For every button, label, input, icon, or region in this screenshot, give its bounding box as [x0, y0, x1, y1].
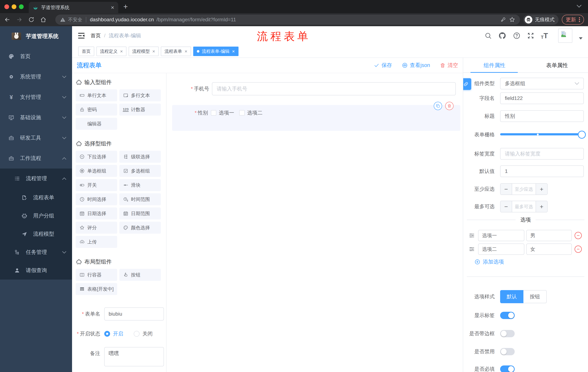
- tag-home[interactable]: 首页: [78, 47, 94, 56]
- option-value-input[interactable]: [526, 230, 572, 241]
- duplicate-component-button[interactable]: [434, 102, 442, 110]
- required-toggle[interactable]: [500, 365, 515, 372]
- new-tab-button[interactable]: +: [123, 3, 128, 11]
- palette-item-editor[interactable]: 编辑器: [76, 118, 117, 130]
- drag-handle-icon[interactable]: [469, 246, 475, 252]
- browser-tab[interactable]: 芋道管理系统 ×: [29, 2, 118, 13]
- grid-slider-handle[interactable]: [578, 131, 586, 139]
- tag-close-icon[interactable]: ×: [120, 49, 123, 54]
- update-button[interactable]: 更新: [562, 15, 584, 25]
- browser-menu-icon[interactable]: [579, 17, 580, 23]
- github-icon[interactable]: [498, 32, 506, 40]
- clear-button[interactable]: 清空: [440, 62, 458, 69]
- form-remark-textarea[interactable]: 嘿嘿: [104, 347, 164, 366]
- back-icon[interactable]: [4, 16, 10, 23]
- sidebar-item-task-mgmt[interactable]: 任务管理: [0, 243, 72, 261]
- label-width-input[interactable]: [500, 148, 584, 159]
- avatar[interactable]: [558, 29, 572, 43]
- min-select-input[interactable]: [512, 184, 536, 195]
- palette-item-row-container[interactable]: 行容器: [76, 269, 117, 281]
- sidebar-item-system[interactable]: 系统管理: [0, 67, 72, 87]
- palette-item-switch[interactable]: 开关: [76, 179, 117, 191]
- tab-search-chevron-icon[interactable]: [577, 5, 581, 8]
- search-icon[interactable]: [484, 32, 492, 39]
- disabled-toggle[interactable]: [500, 348, 515, 355]
- field-name-input[interactable]: [500, 93, 584, 104]
- palette-item-time-picker[interactable]: 时间选择: [76, 193, 117, 205]
- tab-form-props[interactable]: 表单属性: [526, 58, 588, 73]
- window-maximize-button[interactable]: [19, 4, 24, 9]
- form-name-input[interactable]: [104, 307, 164, 320]
- view-json-button[interactable]: 查看json: [402, 62, 430, 69]
- font-size-icon[interactable]: TT: [541, 32, 548, 40]
- palette-item-cascader[interactable]: 级联选择: [119, 151, 161, 163]
- palette-item-select[interactable]: 下拉选择: [76, 151, 117, 163]
- remove-option-button[interactable]: [575, 232, 582, 239]
- grid-slider-track[interactable]: [500, 133, 586, 135]
- status-on-radio[interactable]: [104, 331, 110, 337]
- palette-item-rate[interactable]: 评分: [76, 222, 117, 234]
- max-select-input[interactable]: [512, 201, 536, 212]
- window-minimize-button[interactable]: [12, 4, 16, 9]
- sidebar-item-payment[interactable]: ¥ 支付管理: [0, 87, 72, 107]
- delete-component-button[interactable]: [445, 102, 453, 110]
- border-toggle[interactable]: [500, 330, 515, 337]
- component-type-select[interactable]: 多选框组: [500, 78, 584, 89]
- palette-item-password[interactable]: 密码: [76, 104, 117, 116]
- style-button-button[interactable]: 按钮: [524, 290, 547, 303]
- palette-item-table[interactable]: 表格[开发中]: [76, 283, 117, 295]
- palette-item-multiline-text[interactable]: 多行文本: [119, 89, 161, 101]
- palette-item-slider[interactable]: 滑块: [119, 179, 161, 191]
- palette-item-button[interactable]: 按钮: [119, 269, 161, 281]
- option-label-input[interactable]: [478, 230, 524, 241]
- palette-item-color-picker[interactable]: 颜色选择: [119, 222, 161, 234]
- canvas-field-gender-selected[interactable]: *性别 选项一 选项二: [172, 105, 460, 131]
- breadcrumb-home[interactable]: 首页: [91, 32, 101, 39]
- option-value-input[interactable]: [526, 244, 572, 255]
- reload-icon[interactable]: [28, 16, 35, 23]
- decrease-button[interactable]: −: [501, 201, 512, 212]
- checkbox-icon[interactable]: [239, 110, 245, 116]
- avatar-caret-icon[interactable]: [579, 37, 583, 40]
- gender-option-1[interactable]: 选项一: [211, 109, 234, 116]
- palette-item-radio-group[interactable]: 单选框组: [76, 165, 117, 177]
- tab-component-props[interactable]: 组件属性: [463, 58, 526, 73]
- canvas-field-phone[interactable]: *手机号: [167, 82, 456, 95]
- sidebar-item-workflow[interactable]: 工作流程: [0, 148, 72, 169]
- style-default-button[interactable]: 默认: [500, 290, 524, 303]
- help-icon[interactable]: [513, 32, 521, 40]
- sidebar-item-leave-query[interactable]: 请假查询: [0, 261, 72, 279]
- palette-item-single-text[interactable]: 单行文本: [76, 89, 117, 101]
- password-key-icon[interactable]: [501, 17, 506, 22]
- palette-item-counter[interactable]: 123计数器: [119, 104, 161, 116]
- checkbox-icon[interactable]: [211, 110, 216, 116]
- status-on-label[interactable]: 开启: [113, 330, 123, 337]
- bookmark-star-icon[interactable]: [509, 17, 515, 23]
- tag-close-icon[interactable]: ×: [152, 49, 155, 54]
- form-canvas[interactable]: *手机号 *性别 选项一 选项二: [167, 73, 462, 372]
- palette-item-date-picker[interactable]: 日期选择: [76, 207, 117, 220]
- phone-input[interactable]: [212, 82, 456, 95]
- status-off-radio[interactable]: [134, 331, 139, 337]
- drag-handle-icon[interactable]: [469, 233, 475, 238]
- remove-option-button[interactable]: [575, 245, 582, 253]
- default-value-input[interactable]: [500, 165, 584, 177]
- sidebar-item-process-mgmt[interactable]: 流程管理: [0, 169, 72, 189]
- home-icon[interactable]: [40, 16, 47, 23]
- palette-item-checkbox-group[interactable]: 多选框组: [119, 165, 161, 177]
- sidebar-collapse-icon[interactable]: [77, 32, 85, 39]
- tag-process-form[interactable]: 流程表单×: [161, 47, 191, 56]
- tag-close-icon[interactable]: ×: [184, 49, 187, 54]
- sidebar-item-process-form[interactable]: 流程表单: [0, 189, 72, 207]
- decrease-button[interactable]: −: [501, 184, 512, 195]
- sidebar-item-infrastructure[interactable]: 基础设施: [0, 107, 72, 128]
- add-option-button[interactable]: 添加选项: [474, 258, 504, 266]
- address-bar[interactable]: 不安全 dashboard.yudao.iocoder.cn/bpm/manag…: [55, 15, 520, 25]
- window-close-button[interactable]: [4, 4, 9, 9]
- tag-close-icon[interactable]: ×: [232, 49, 235, 54]
- show-label-toggle[interactable]: [500, 312, 515, 319]
- sidebar-item-home[interactable]: 首页: [0, 46, 72, 67]
- save-button[interactable]: 保存: [374, 62, 392, 69]
- forward-icon[interactable]: [16, 16, 22, 23]
- tag-process-model[interactable]: 流程模型×: [129, 47, 159, 56]
